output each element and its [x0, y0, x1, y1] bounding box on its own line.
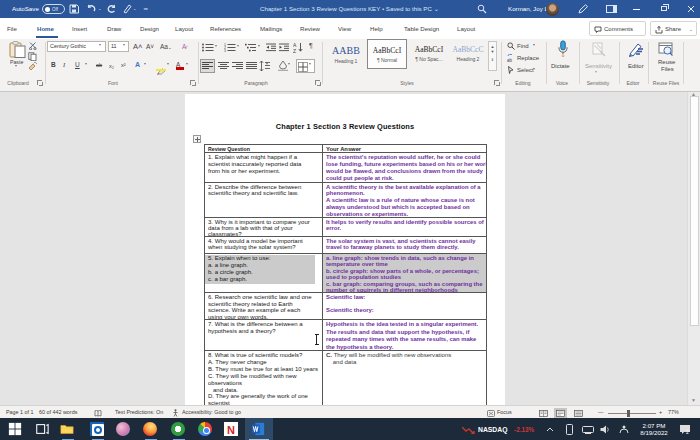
svg-text:Z: Z — [293, 48, 296, 53]
svg-text:ab: ab — [507, 58, 513, 62]
svg-text:3: 3 — [224, 49, 226, 52]
